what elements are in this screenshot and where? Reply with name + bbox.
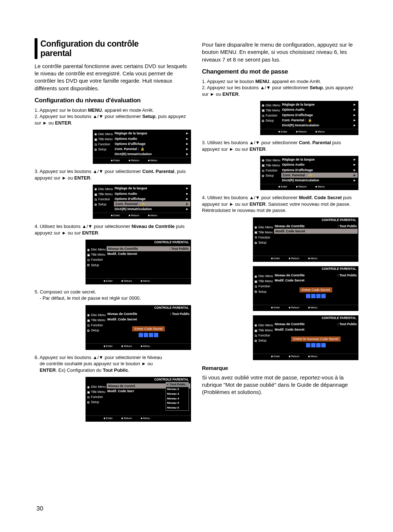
step-5: 5. Composez un code secret. - Par défaut… (35, 289, 191, 302)
nouveau-code-label: Entrer le nouveau Code Secret (291, 336, 341, 342)
h1-line1: Configuration du contrôle (40, 39, 139, 48)
pw-step-2: 2. Appuyez sur les boutons ▲/▼ pour séle… (202, 84, 358, 97)
intro-text: Le contrôle parental fonctionne avec cer… (35, 63, 191, 92)
osd-modif-highlight: CONTROLE PARENTAL ◉Disc Menu ▣Title Menu… (253, 217, 358, 262)
disc-icon: ◉ (94, 132, 98, 136)
pin-input (106, 333, 191, 337)
note-heading: Remarque (202, 364, 358, 372)
row-niveau-highlight: Niveau de Contrôle: Tout Public (107, 246, 190, 251)
osd-nouveau-code: CONTROLE PARENTAL ◉Disc Menu ▣Title Menu… (253, 315, 358, 360)
osd-setup-menu-r2: ◉Disc Menu ▣Title Menu ⧉Function ✿Setup … (260, 156, 358, 190)
row-modif-highlight: Modif. Code Secret (274, 229, 358, 234)
osd-side-tabs: ◉Disc Menu ▣Title Menu ⧉Function ✿Setup (93, 130, 113, 158)
osd-setup-menu-r1: ◉Disc Menu ▣Title Menu ⧉Function ✿Setup … (260, 101, 358, 135)
right-column: Pour faire disparaître le menu de config… (202, 38, 358, 426)
left-column: Configuration du contrôle parental Le co… (35, 38, 191, 426)
osd-setup-menu-2: ◉Disc Menu ▣Title Menu ⧉Function ✿Setup … (93, 185, 191, 219)
menu-item-parental-highlight: Cont. Parental :🔓► (114, 201, 190, 206)
pw-step-1: 1. Appuyez sur le bouton MENU, appareil … (202, 78, 358, 85)
step-6: 6. Appuyez sur les boutons ▲/▼ pour séle… (35, 354, 191, 374)
section-title: Configuration du contrôle parental (35, 38, 191, 59)
level-dropdown: ✓Tout Public Niveau 2 Niveau 3 Niveau 4 … (166, 382, 189, 411)
step-4: 4. Utilisez les boutons ▲/▼ pour sélecti… (35, 223, 191, 236)
title-icon: ▣ (94, 137, 98, 142)
setup-icon: ✿ (94, 147, 98, 152)
note-text: Si vous avez oublié votre mot de passe, … (202, 374, 358, 396)
h1-line2: parental (40, 48, 71, 58)
step-3: 3. Appuyez sur les boutons ▲/▼ pour séle… (35, 168, 191, 181)
function-icon: ⧉ (94, 142, 98, 147)
check-icon: ✓ (167, 383, 169, 387)
osd-level-dropdown: CONTROLE PARENTAL ◉Disc Menu ▣Title Menu… (86, 377, 191, 422)
osd-entrer-code-r: CONTROLE PARENTAL ◉Disc Menu ▣Title Menu… (253, 266, 358, 311)
subheading-password: Changement du mot de passe (202, 68, 358, 76)
osd-setup-menu-1: ◉Disc Menu ▣Title Menu ⧉Function ✿Setup … (93, 130, 191, 164)
pw-step-3: 3. Utilisez les boutons ▲/▼ pour sélecti… (202, 139, 358, 152)
lock-icon: 🔒 (140, 147, 144, 151)
right-intro: Pour faire disparaître le menu de config… (202, 41, 358, 63)
pw-step-4: 4. Utilisez les boutons ▲/▼ pour sélecti… (202, 194, 358, 214)
osd-entrer-code: CONTROLE PARENTAL ◉Disc Menu ▣Title Menu… (86, 305, 191, 350)
subheading-rating: Configuration du niveau d'évaluation (35, 96, 191, 105)
step-2: 2. Appuyez sur les boutons ▲/▼ pour séle… (35, 113, 191, 126)
steps-rating: 1. Appuyez sur le bouton MENU, appareil … (35, 107, 191, 126)
entrer-code-label: Entrer Code Secret (132, 326, 164, 331)
page-number: 30 (36, 505, 43, 513)
step-1: 1. Appuyez sur le bouton MENU, appareil … (35, 107, 191, 114)
steps-password: 1. Appuyez sur le bouton MENU, appareil … (202, 78, 358, 98)
osd-parental-panel-1: CONTROLE PARENTAL ◉Disc Menu ▣Title Menu… (86, 240, 191, 284)
